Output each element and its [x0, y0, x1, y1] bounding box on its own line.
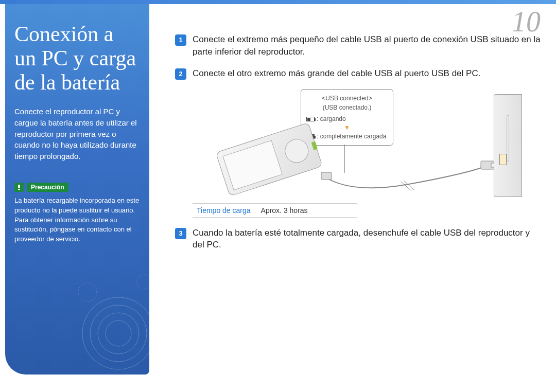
svg-point-3: [90, 305, 147, 362]
step-badge-3: 3: [175, 228, 186, 239]
pc-illustration: [494, 94, 522, 197]
step-badge-2: 2: [175, 68, 186, 80]
charge-time-label: Tiempo de carga: [197, 206, 251, 215]
step-badge-1: 1: [175, 34, 186, 46]
callout-full: : completamente cargada: [317, 133, 386, 140]
page-title: Conexión a un PC y carga de la batería: [14, 22, 140, 95]
caution-icon: [14, 183, 24, 192]
caution-label: Precaución: [27, 183, 68, 192]
sidebar-intro: Conecte el reproductor al PC y cargue la…: [14, 106, 140, 162]
step-2: 2 Conecte el otro extremo más grande del…: [175, 67, 541, 80]
svg-rect-8: [321, 172, 332, 180]
svg-point-2: [82, 297, 154, 369]
svg-point-7: [137, 275, 151, 289]
charge-time-row: Tiempo de carga Aprox. 3 horas: [193, 203, 357, 218]
callout-line2: (USB conectado.): [306, 103, 388, 112]
player-usb-port-icon: [311, 141, 318, 150]
svg-point-6: [78, 283, 97, 301]
caution-block: Precaución La batería recargable incorpo…: [14, 183, 140, 244]
main-content: 1 Conecte el extremo más pequeño del cab…: [175, 33, 541, 260]
step-1-text: Conecte el extremo más pequeño del cable…: [193, 33, 541, 58]
top-accent-bar: [0, 0, 556, 4]
callout-charging: : cargando: [317, 115, 346, 122]
step-3: 3 Cuando la batería esté totalmente carg…: [175, 227, 541, 252]
step-1: 1 Conecte el extremo más pequeño del cab…: [175, 33, 541, 58]
svg-point-4: [98, 313, 139, 354]
arrow-down-icon: ▼: [306, 124, 388, 131]
svg-point-5: [106, 320, 131, 346]
callout-line1: <USB connected>: [306, 94, 388, 103]
charge-time-value: Aprox. 3 horas: [261, 206, 308, 215]
step-3-text: Cuando la batería esté totalmente cargad…: [193, 227, 541, 252]
svg-rect-1: [18, 189, 20, 190]
svg-rect-0: [18, 185, 20, 188]
player-device-illustration: [215, 120, 329, 201]
pc-usb-port-icon: [499, 154, 507, 165]
decorative-circles: [67, 272, 170, 375]
caution-text: La batería recargable incorporada en est…: [14, 196, 140, 244]
step-2-text: Conecte el otro extremo más grande del c…: [193, 67, 480, 80]
sidebar: Conexión a un PC y carga de la batería C…: [5, 4, 149, 375]
diagram-block: <USB connected> (USB conectado.) : carga…: [193, 89, 522, 218]
usb-cable-illustration: [321, 156, 496, 197]
connection-diagram: <USB connected> (USB conectado.) : carga…: [193, 89, 522, 197]
